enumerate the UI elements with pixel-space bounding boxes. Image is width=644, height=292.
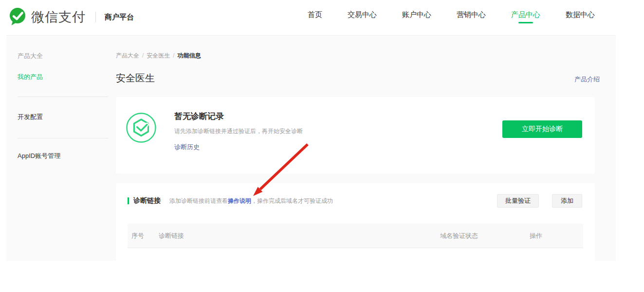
nav-item-marketing-center[interactable]: 营销中心: [457, 0, 486, 35]
operation-guide-link[interactable]: 操作说明: [228, 197, 251, 204]
breadcrumb-all-products[interactable]: 产品大全: [116, 52, 139, 59]
start-diagnosis-button[interactable]: 立即开始诊断: [502, 120, 582, 138]
content-area: 产品大全 我的产品 开发配置 AppID账号管理 产品大全/安全医生/功能信息 …: [6, 35, 616, 261]
add-link-button[interactable]: 添加: [552, 194, 582, 208]
nav-item-home[interactable]: 首页: [308, 0, 322, 35]
column-header-index: 序号: [131, 232, 159, 240]
nav-item-product-center[interactable]: 产品中心: [511, 0, 540, 35]
diagnosis-history-link[interactable]: 诊断历史: [174, 143, 200, 152]
top-navigation: 首页 交易中心 账户中心 营销中心 产品中心 数据中心: [308, 0, 595, 35]
column-header-action: 操作: [526, 232, 579, 240]
breadcrumb: 产品大全/安全医生/功能信息: [116, 52, 201, 60]
sidebar-divider: [18, 138, 108, 138]
product-intro-link[interactable]: 产品介绍: [574, 75, 600, 84]
portal-label: 商户平台: [105, 13, 134, 22]
page-title: 安全医生: [116, 72, 155, 85]
sidebar-item-dev-config[interactable]: 开发配置: [18, 113, 43, 121]
wechat-pay-logo-icon: [7, 6, 28, 28]
diagnosis-links-card: 诊断链接 添加诊断链接前请查看操作说明，操作完成后域名才可验证成功 批量验证 添…: [116, 183, 595, 261]
sidebar-item-all-products[interactable]: 产品大全: [18, 52, 43, 60]
logo[interactable]: 微信支付 商户平台: [7, 6, 134, 28]
tip-prefix: 添加诊断链接前请查看: [169, 197, 228, 204]
sidebar-item-appid-account[interactable]: AppID账号管理: [18, 152, 60, 160]
section-header: 诊断链接 添加诊断链接前请查看操作说明，操作完成后域名才可验证成功 批量验证 添…: [116, 194, 595, 208]
tip-suffix: ，操作完成后域名才可验证成功: [251, 197, 333, 204]
nav-item-data-center[interactable]: 数据中心: [566, 0, 595, 35]
empty-diagnosis-card: 暂无诊断记录 请先添加诊断链接并通过验证后，再开始安全诊断 诊断历史 立即开始诊…: [116, 97, 595, 174]
column-header-link: 诊断链接: [159, 232, 440, 240]
breadcrumb-security-doctor[interactable]: 安全医生: [147, 52, 170, 59]
logo-wordmark: 微信支付: [31, 8, 86, 26]
empty-state-title: 暂无诊断记录: [174, 111, 224, 122]
shield-check-icon: [126, 112, 157, 143]
nav-item-transaction-center[interactable]: 交易中心: [348, 0, 377, 35]
sidebar-item-my-products[interactable]: 我的产品: [18, 73, 43, 81]
logo-divider: [95, 12, 96, 22]
column-header-domain-status: 域名验证状态: [440, 232, 526, 240]
sidebar-divider: [18, 97, 108, 97]
links-table-header: 序号 诊断链接 域名验证状态 操作: [128, 224, 583, 248]
batch-verify-button[interactable]: 批量验证: [497, 194, 539, 208]
nav-item-account-center[interactable]: 账户中心: [402, 0, 431, 35]
section-actions: 批量验证 添加: [497, 194, 582, 208]
section-accent-bar: [128, 197, 129, 204]
section-tip: 添加诊断链接前请查看操作说明，操作完成后域名才可验证成功: [169, 197, 333, 205]
wechat-pay-merchant-platform: 微信支付 商户平台 首页 交易中心 账户中心 营销中心 产品中心 数据中心 产品…: [0, 0, 644, 292]
section-title: 诊断链接: [133, 196, 161, 205]
breadcrumb-separator: /: [142, 52, 144, 59]
breadcrumb-separator: /: [173, 52, 174, 59]
breadcrumb-current: 功能信息: [178, 52, 201, 59]
top-header: 微信支付 商户平台 首页 交易中心 账户中心 营销中心 产品中心 数据中心: [0, 0, 644, 35]
empty-state-description: 请先添加诊断链接并通过验证后，再开始安全诊断: [174, 127, 303, 136]
